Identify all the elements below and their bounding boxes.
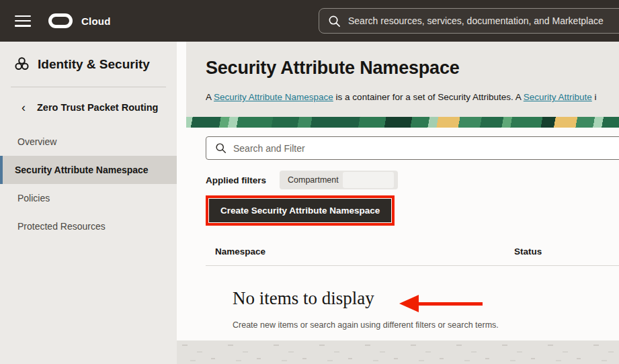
main-content: Security Attribute Namespace A Security … bbox=[177, 42, 619, 364]
sidebar-item-overview[interactable]: Overview bbox=[0, 128, 177, 156]
applied-filters-row: Applied filters Compartment bbox=[206, 171, 619, 189]
page-title: Security Attribute Namespace bbox=[206, 58, 619, 79]
table-header: Namespace Status bbox=[206, 246, 619, 257]
arrow-head bbox=[399, 295, 419, 312]
search-icon bbox=[215, 142, 226, 154]
link-security-attribute-namespace[interactable]: Security Attribute Namespace bbox=[214, 92, 333, 102]
top-bar: Cloud bbox=[0, 0, 619, 42]
sidebar-title: Identity & Security bbox=[38, 57, 150, 72]
create-security-attribute-namespace-button[interactable]: Create Security Attribute Namespace bbox=[209, 199, 391, 222]
chevron-left-icon: ‹ bbox=[22, 103, 26, 112]
decorative-banner bbox=[186, 117, 619, 128]
identity-security-icon bbox=[13, 56, 30, 73]
applied-filters-label: Applied filters bbox=[206, 175, 266, 185]
sidebar: Identity & Security ‹ Zero Trust Packet … bbox=[0, 42, 177, 364]
highlight-rectangle: Create Security Attribute Namespace bbox=[206, 195, 395, 226]
pointer-arrow bbox=[399, 295, 483, 312]
page-header: Security Attribute Namespace A Security … bbox=[186, 42, 619, 117]
column-header-status: Status bbox=[514, 246, 615, 257]
hamburger-menu-icon[interactable] bbox=[15, 15, 31, 27]
search-and-filter-input[interactable] bbox=[233, 143, 610, 154]
filter-chip-label: Compartment bbox=[288, 175, 339, 185]
sidebar-nav: Overview Security Attribute Namespace Po… bbox=[0, 128, 177, 240]
column-header-namespace: Namespace bbox=[206, 246, 514, 257]
global-search-input[interactable] bbox=[348, 15, 617, 26]
back-nav-label: Zero Trust Packet Routing bbox=[37, 102, 158, 113]
page-description: A Security Attribute Namespace is a cont… bbox=[206, 92, 619, 102]
footer-texture-band bbox=[177, 340, 619, 364]
back-nav-zero-trust-packet-routing[interactable]: ‹ Zero Trust Packet Routing bbox=[0, 87, 177, 113]
sidebar-item-protected-resources[interactable]: Protected Resources bbox=[0, 212, 177, 240]
global-search-bar[interactable] bbox=[319, 8, 619, 34]
brand-label: Cloud bbox=[81, 15, 111, 27]
table-divider bbox=[206, 265, 619, 266]
create-button-row: Create Security Attribute Namespace bbox=[206, 195, 619, 226]
sidebar-header: Identity & Security bbox=[0, 42, 177, 73]
arrow-shaft bbox=[417, 302, 483, 306]
description-text: is a container for a set of Security Att… bbox=[333, 92, 524, 102]
description-text: i bbox=[592, 92, 597, 102]
link-security-attribute[interactable]: Security Attribute bbox=[524, 92, 592, 102]
sidebar-item-policies[interactable]: Policies bbox=[0, 184, 177, 212]
empty-state-subtitle: Create new items or search again using d… bbox=[233, 320, 619, 330]
search-and-filter-bar[interactable] bbox=[206, 136, 619, 160]
compartment-filter-chip[interactable]: Compartment bbox=[280, 171, 398, 189]
sidebar-item-security-attribute-namespace[interactable]: Security Attribute Namespace bbox=[0, 156, 177, 184]
description-text: A bbox=[206, 92, 214, 102]
search-icon bbox=[328, 15, 341, 28]
filter-chip-value-redacted bbox=[343, 172, 394, 188]
content-area: Applied filters Compartment Create Secur… bbox=[177, 136, 619, 330]
oracle-logo-icon bbox=[48, 13, 73, 28]
